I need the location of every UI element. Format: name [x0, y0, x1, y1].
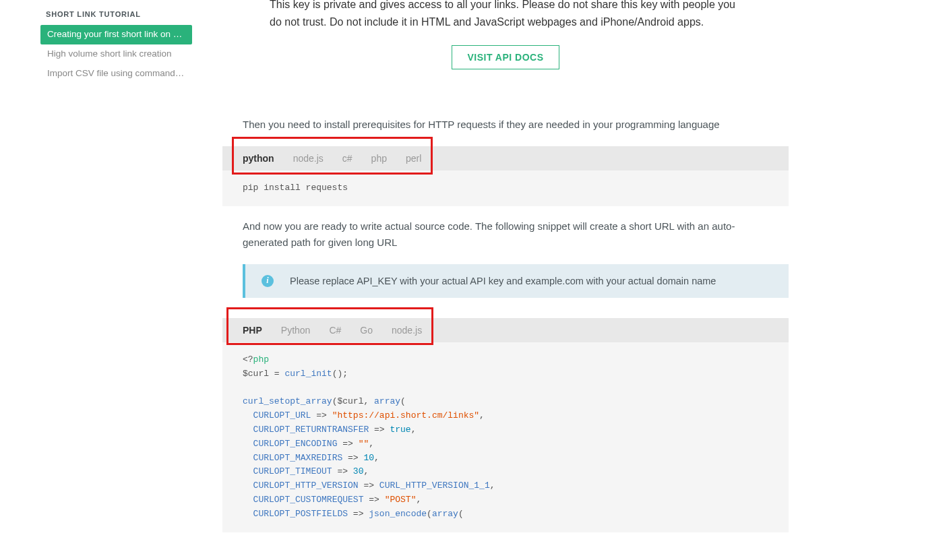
- sidebar-item-2[interactable]: Import CSV file using command lin…: [40, 64, 192, 84]
- sidebar-item-0[interactable]: Creating your first short link on Sh…: [40, 25, 192, 44]
- prereq-tab-node-js[interactable]: node.js: [293, 153, 324, 164]
- sidebar: SHORT LINK TUTORIAL Creating your first …: [0, 0, 202, 560]
- sidebar-item-1[interactable]: High volume short link creation: [40, 44, 192, 64]
- visit-api-docs-button[interactable]: VISIT API DOCS: [452, 45, 559, 69]
- code-body-prereq: pip install requests: [222, 170, 789, 206]
- main-tab-go[interactable]: Go: [360, 325, 373, 336]
- info-callout-text: Please replace API_KEY with your actual …: [290, 276, 716, 286]
- code-block-main: PHPPythonC#Gonode.js <?php $curl = curl_…: [222, 318, 789, 532]
- main-tab-python[interactable]: Python: [281, 325, 311, 336]
- code-body-main: <?php $curl = curl_init(); curl_setopt_a…: [222, 342, 789, 532]
- code-block-prereq: pythonnode.jsc#phpperl pip install reque…: [222, 146, 789, 206]
- prerequisites-paragraph: Then you need to install prerequisites f…: [222, 117, 789, 133]
- prereq-tab-c-[interactable]: c#: [342, 153, 353, 164]
- info-callout: i Please replace API_KEY with your actua…: [243, 264, 789, 298]
- language-tabs-prereq: pythonnode.jsc#phpperl: [222, 146, 789, 170]
- main-tab-c-[interactable]: C#: [329, 325, 341, 336]
- intro-paragraph: This key is private and gives access to …: [222, 0, 789, 30]
- language-tabs-main: PHPPythonC#Gonode.js: [222, 318, 789, 342]
- main-tab-php[interactable]: PHP: [243, 325, 262, 336]
- sidebar-title: SHORT LINK TUTORIAL: [40, 10, 192, 18]
- info-icon: i: [262, 275, 274, 287]
- prereq-tab-php[interactable]: php: [371, 153, 387, 164]
- main-content: This key is private and gives access to …: [202, 0, 809, 560]
- ready-paragraph: And now you are ready to write actual so…: [222, 218, 789, 251]
- prereq-tab-perl[interactable]: perl: [406, 153, 421, 164]
- prereq-tab-python[interactable]: python: [243, 153, 274, 164]
- main-tab-node-js[interactable]: node.js: [392, 325, 422, 336]
